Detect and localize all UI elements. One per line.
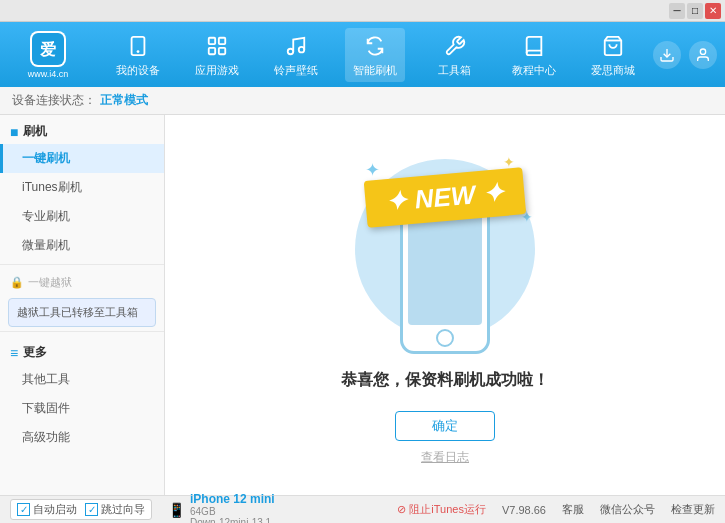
more-section-title: 更多 bbox=[23, 344, 47, 361]
sidebar-section-flash: ■ 刷机 bbox=[0, 115, 164, 144]
bottom-bar: ✓ 自动启动 ✓ 跳过向导 📱 iPhone 12 mini 64GB Down… bbox=[0, 495, 725, 523]
device-model: Down-12mini-13,1 bbox=[190, 517, 275, 524]
sidebar-group-jailbreak: 🔒 一键越狱 bbox=[0, 269, 164, 294]
status-label: 设备连接状态： bbox=[12, 92, 96, 109]
shop-icon bbox=[599, 32, 627, 60]
nav-item-app-game[interactable]: 应用游戏 bbox=[187, 28, 247, 82]
sidebar-item-other-tools[interactable]: 其他工具 bbox=[0, 365, 164, 394]
flash-section-icon: ■ bbox=[10, 124, 18, 140]
book-icon bbox=[520, 32, 548, 60]
sidebar-item-micro-flash[interactable]: 微量刷机 bbox=[0, 231, 164, 260]
sidebar-divider-1 bbox=[0, 264, 164, 265]
tools-icon bbox=[441, 32, 469, 60]
logo-icon: 爱 bbox=[30, 31, 66, 67]
nav-items: 我的设备 应用游戏 铃声壁纸 bbox=[98, 28, 653, 82]
svg-rect-4 bbox=[209, 37, 215, 43]
bottom-right: ⊘ 阻止iTunes运行 V7.98.66 客服 微信公众号 检查更新 bbox=[397, 502, 715, 517]
auto-start-label: 自动启动 bbox=[33, 502, 77, 517]
sidebar-item-one-key-flash[interactable]: 一键刷机 bbox=[0, 144, 164, 173]
skip-wizard-check-icon: ✓ bbox=[85, 503, 98, 516]
phone-icon bbox=[124, 32, 152, 60]
content-area: ✦ NEW ✦ ✦ ✦ ✦ 恭喜您，保资料刷机成功啦！ 确定 查看日志 bbox=[165, 115, 725, 495]
auto-start-check-icon: ✓ bbox=[17, 503, 30, 516]
revisit-log-link[interactable]: 查看日志 bbox=[421, 449, 469, 466]
lock-icon: 🔒 bbox=[10, 276, 24, 289]
title-bar: ─ □ ✕ bbox=[0, 0, 725, 22]
sidebar-section-more: ≡ 更多 bbox=[0, 336, 164, 365]
status-bar: 设备连接状态： 正常模式 bbox=[0, 87, 725, 115]
nav-item-smart-flash[interactable]: 智能刷机 bbox=[345, 28, 405, 82]
user-button[interactable] bbox=[689, 41, 717, 69]
nav-label-toolbox: 工具箱 bbox=[438, 63, 471, 78]
close-button[interactable]: ✕ bbox=[705, 3, 721, 19]
info-box-text: 越狱工具已转移至工具箱 bbox=[17, 306, 138, 318]
svg-point-12 bbox=[700, 49, 705, 54]
version-text: V7.98.66 bbox=[502, 504, 546, 516]
itunes-status: ⊘ 阻止iTunes运行 bbox=[397, 502, 486, 517]
music-icon bbox=[282, 32, 310, 60]
skip-wizard-label: 跳过向导 bbox=[101, 502, 145, 517]
device-phone-icon: 📱 bbox=[168, 502, 185, 518]
check-update-link[interactable]: 检查更新 bbox=[671, 502, 715, 517]
nav-label-ringtone: 铃声壁纸 bbox=[274, 63, 318, 78]
success-illustration: ✦ NEW ✦ ✦ ✦ ✦ bbox=[345, 144, 545, 354]
download-button[interactable] bbox=[653, 41, 681, 69]
logo[interactable]: 爱 www.i4.cn bbox=[8, 31, 88, 79]
nav-item-shop[interactable]: 爱思商城 bbox=[583, 28, 643, 82]
logo-url: www.i4.cn bbox=[28, 69, 69, 79]
nav-item-ringtone[interactable]: 铃声壁纸 bbox=[266, 28, 326, 82]
sidebar-item-itunes-flash[interactable]: iTunes刷机 bbox=[0, 173, 164, 202]
minimize-button[interactable]: ─ bbox=[669, 3, 685, 19]
nav-item-toolbox[interactable]: 工具箱 bbox=[425, 28, 485, 82]
sidebar-info-box: 越狱工具已转移至工具箱 bbox=[8, 298, 156, 327]
svg-rect-5 bbox=[219, 37, 225, 43]
nav-right bbox=[653, 41, 717, 69]
main-content: ■ 刷机 一键刷机 iTunes刷机 专业刷机 微量刷机 🔒 一键越狱 越狱工具… bbox=[0, 115, 725, 495]
bottom-left: ✓ 自动启动 ✓ 跳过向导 📱 iPhone 12 mini 64GB Down… bbox=[10, 492, 397, 524]
grid-icon bbox=[203, 32, 231, 60]
auto-start-checkbox[interactable]: ✓ 自动启动 bbox=[17, 502, 77, 517]
svg-point-8 bbox=[288, 48, 294, 54]
svg-rect-6 bbox=[209, 47, 215, 53]
device-name: iPhone 12 mini bbox=[190, 492, 275, 506]
svg-text:爱: 爱 bbox=[40, 40, 56, 58]
wechat-link[interactable]: 微信公众号 bbox=[600, 502, 655, 517]
nav-label-shop: 爱思商城 bbox=[591, 63, 635, 78]
jailbreak-label: 一键越狱 bbox=[28, 275, 72, 290]
nav-label-app-game: 应用游戏 bbox=[195, 63, 239, 78]
status-value: 正常模式 bbox=[100, 92, 148, 109]
customer-service-link[interactable]: 客服 bbox=[562, 502, 584, 517]
svg-rect-7 bbox=[219, 47, 225, 53]
sidebar-divider-2 bbox=[0, 331, 164, 332]
success-text: 恭喜您，保资料刷机成功啦！ bbox=[341, 370, 549, 391]
nav-label-my-device: 我的设备 bbox=[116, 63, 160, 78]
skip-wizard-checkbox[interactable]: ✓ 跳过向导 bbox=[85, 502, 145, 517]
more-section-icon: ≡ bbox=[10, 345, 18, 361]
refresh-icon bbox=[361, 32, 389, 60]
confirm-button[interactable]: 确定 bbox=[395, 411, 495, 441]
maximize-button[interactable]: □ bbox=[687, 3, 703, 19]
header: 爱 www.i4.cn 我的设备 bbox=[0, 22, 725, 87]
nav-label-tutorial: 教程中心 bbox=[512, 63, 556, 78]
nav-item-my-device[interactable]: 我的设备 bbox=[108, 28, 168, 82]
nav-item-tutorial[interactable]: 教程中心 bbox=[504, 28, 564, 82]
nav-label-smart-flash: 智能刷机 bbox=[353, 63, 397, 78]
itunes-status-text: 阻止iTunes运行 bbox=[409, 502, 486, 517]
sidebar-item-advanced[interactable]: 高级功能 bbox=[0, 423, 164, 452]
svg-point-9 bbox=[299, 46, 305, 51]
itunes-stop-icon: ⊘ bbox=[397, 503, 406, 516]
device-storage: 64GB bbox=[190, 506, 275, 517]
sidebar-item-pro-flash[interactable]: 专业刷机 bbox=[0, 202, 164, 231]
flash-section-title: 刷机 bbox=[23, 123, 47, 140]
sidebar: ■ 刷机 一键刷机 iTunes刷机 专业刷机 微量刷机 🔒 一键越狱 越狱工具… bbox=[0, 115, 165, 495]
sidebar-item-download-firmware[interactable]: 下载固件 bbox=[0, 394, 164, 423]
sparkle-1: ✦ bbox=[365, 159, 380, 181]
